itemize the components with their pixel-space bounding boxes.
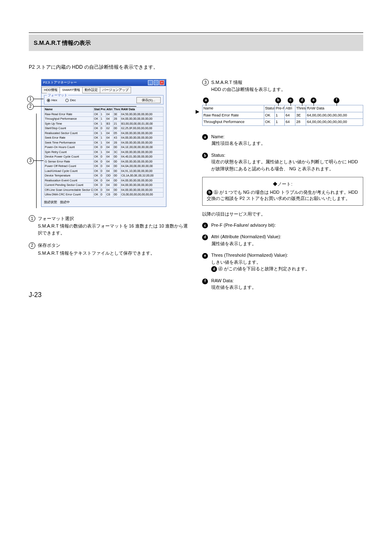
tab-smart[interactable]: SMART情報 (60, 87, 83, 93)
close-icon[interactable]: × (159, 80, 164, 85)
maximize-icon[interactable]: □ (154, 80, 159, 85)
callout-2-icon: 2 (27, 103, 34, 110)
desc-1: 1 フォーマット選択 S.M.A.R.T 情報の数値の表示フォーマットを 16 … (29, 215, 190, 237)
desc-2-body: S.M.A.R.T 情報をテキストファイルとして保存できます。 (38, 250, 190, 257)
table-row: Off-Line Scan Uncorrectable Sector Count… (44, 188, 164, 193)
letter-e-icon: e (202, 253, 208, 259)
tab-version[interactable]: バージョンアップ (100, 87, 131, 93)
callout-3-icon: 3 (27, 158, 34, 164)
letter-d-icon: d (202, 235, 208, 240)
col-header: Thres (113, 107, 121, 112)
letter-f-icon: f (202, 279, 208, 284)
table-row: Raw Read Error RateOK1643E64,00,00,00,00… (203, 112, 363, 119)
desc-c: c Pre-F (Pre-Failure/ advisory bit): (202, 222, 363, 229)
desc-b: b Status:現在の状態を表示します。属性値としきい値から判断して明らかに … (202, 152, 363, 172)
letter-c-icon: c (202, 223, 208, 228)
col-header: RAW Data (306, 105, 363, 112)
desc-f: f RAW Data:現在値を表示します。 (202, 277, 363, 291)
smart-table: NameStatusPre-FAttriThresRAW Data Raw Re… (44, 107, 164, 197)
table-row: G Sense Error RateOK0640064,00,00,00,00,… (44, 159, 164, 164)
label-a-icon: a (203, 98, 209, 103)
desc-f-body: 現在値を表示します。 (211, 285, 256, 290)
num-1-icon: 1 (29, 215, 35, 222)
label-e-icon: e (311, 98, 316, 103)
desc-f-label: RAW Data: (211, 278, 234, 283)
desc-d: d Attri (Attribute (Normalized) Value):属… (202, 233, 363, 247)
col-header: Status (94, 107, 100, 112)
desc-a-body: 属性項目名を表示します。 (211, 141, 265, 146)
label-f-icon: f (334, 98, 339, 103)
callout-1-icon: 1 (27, 96, 34, 102)
page-number: J-23 (29, 290, 42, 300)
desc-1-body: S.M.A.R.T 情報の数値の表示フォーマットを 16 進数または 10 進数… (38, 223, 190, 236)
table-row: Raw Read Error RateOK1643E64,50,00,00,00… (44, 112, 164, 117)
section-heading: S.M.A.R.T 情報の表示 (29, 35, 363, 51)
note-body: b ⓑ が１つでも NG の場合は HDD トラブルの発生が考えられます。HDD… (207, 189, 359, 202)
desc-c-pre: 以降の項目はサービス用です。 (202, 211, 363, 218)
table-row: Power Off Retract CountOK0640064,0A,00,0… (44, 164, 164, 169)
tab-hdd[interactable]: HDD情報 (42, 87, 60, 93)
num-3-icon: 3 (202, 79, 209, 86)
table-row: Seek Time PerformanceOK1642864,00,00,00,… (44, 140, 164, 145)
status-label: 接続状態 (44, 200, 57, 204)
note-body-text: ⓑ が１つでも NG の場合は HDD トラブルの発生が考えられます。HDD 交… (207, 190, 358, 201)
format-legend: フォーマット (47, 93, 68, 98)
table-row: Start/Stop CountOK0620062,25,0F,00,00,00… (44, 126, 164, 131)
desc-a: a Name:属性項目名を表示します。 (202, 133, 363, 147)
col-header: RAW Data (121, 107, 164, 112)
col-header: Pre-F (275, 105, 285, 112)
label-d-icon: d (299, 98, 305, 103)
desc-3-body: HDD の自己診断情報を表示します。 (211, 86, 363, 93)
status-bar: 接続状態 接続中 (44, 200, 164, 205)
section-title: S.M.A.R.T 情報の表示 (34, 39, 91, 47)
num-2-icon: 2 (29, 242, 35, 249)
label-b-icon: b (275, 98, 281, 103)
note-box: ◆ノート: b ⓑ が１つでも NG の場合は HDD トラブルの発生が考えられ… (202, 177, 363, 206)
desc-2-title: 保存ボタン (38, 242, 190, 249)
tab-settings[interactable]: 動作設定 (82, 87, 100, 93)
table-row: Spin Up TimeOK1B321B3,00,00,00,00,01,00,… (44, 121, 164, 126)
table-row: Throughput PerformanceOK1642864,00,00,00… (203, 119, 363, 126)
desc-d-body: 属性値を表示します。 (211, 241, 256, 246)
table-row: Throughput PerformanceOK1642864,00,00,00… (44, 117, 164, 122)
col-header: Status (264, 105, 275, 112)
desc-e-body: しきい値を表示します。 (211, 260, 261, 265)
letter-b-icon: b (202, 153, 208, 158)
desc-a-label: Name: (211, 134, 224, 139)
status-value: 接続中 (60, 200, 70, 204)
desc-e: e Thres (Threshold (Normalized) Value): … (202, 252, 363, 272)
col-header: Name (203, 105, 264, 112)
table-row: Reallocation Event CountOK0640064,00,00,… (44, 178, 164, 183)
table-row: Power-On Hours CountOK0640064,1E,00,00,0… (44, 145, 164, 150)
radio-hex[interactable]: Hex (47, 98, 57, 103)
intro-text: P2 ストアに内蔵の HDD の自己診断情報を表示できます。 (29, 63, 363, 71)
save-button[interactable]: 保存(S)... (136, 97, 161, 103)
note-b-ref-icon: b (207, 190, 212, 195)
app-screenshot: P2ストアマネージャー _ □ × HDD情報 SMART情報 動作設定 バージ… (41, 79, 166, 207)
table-row: Spin Retry CountOK1643C64,00,00,00,00,00… (44, 150, 164, 155)
desc-3-title: S.M.A.R.T 情報 (211, 79, 363, 86)
table-row: Device TemperatureOK0DD00C8,1A,00,0E,00,… (44, 174, 164, 179)
desc-e-label: Thres (Threshold (Normalized) Value): (211, 253, 288, 258)
table-row: Ultra DMA CRC Error CountOK0C800C8,00,00… (44, 193, 164, 197)
window-title: P2ストアマネージャー (43, 80, 77, 85)
desc-e-extra: ⓓ がこの値を下回ると故障と判定されます。 (218, 266, 310, 271)
window-titlebar: P2ストアマネージャー _ □ × (42, 79, 166, 86)
smart-table-zoom: NameStatusPre-FAttriThresRAW Data Raw Re… (202, 105, 363, 126)
desc-b-label: Status: (211, 153, 225, 158)
desc-c-label: Pre-F (Pre-Failure/ advisory bit): (211, 223, 276, 228)
minimize-icon[interactable]: _ (148, 80, 153, 85)
radio-dec[interactable]: Dec (65, 98, 76, 103)
letter-a-icon: a (202, 134, 208, 140)
col-header: Attri (285, 105, 295, 112)
desc-2: 2 保存ボタン S.M.A.R.T 情報をテキストファイルとして保存できます。 (29, 242, 190, 256)
label-c-icon: c (288, 98, 293, 103)
table-row: Current Pending Sector CountOK0640064,00… (44, 183, 164, 188)
tab-bar: HDD情報 SMART情報 動作設定 バージョンアップ (42, 86, 166, 93)
col-header: Pre-F (100, 107, 106, 112)
note-title: ◆ノート: (207, 181, 359, 188)
col-header: Thres (295, 105, 306, 112)
table-row: Load/Unload Cycle CountOK0640064,91,10,0… (44, 169, 164, 174)
table-row: Reallocated Sector CountOK1640564,00,00,… (44, 131, 164, 136)
desc-d-label: Attri (Attribute (Normalized) Value): (211, 234, 281, 239)
